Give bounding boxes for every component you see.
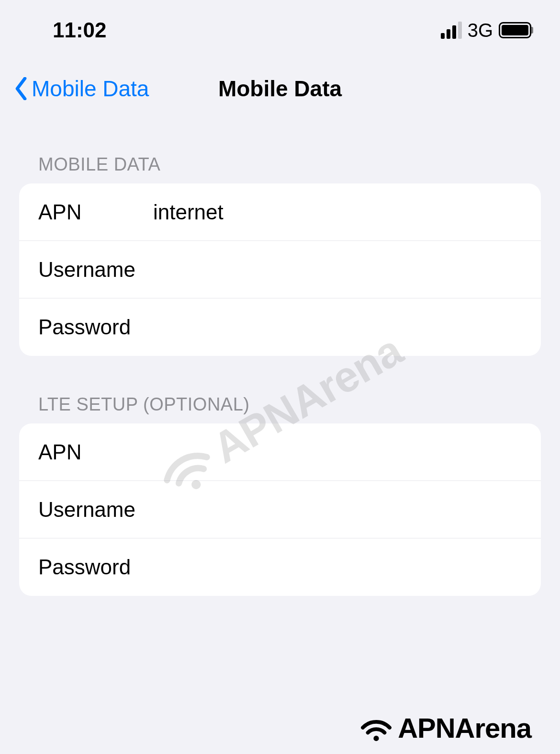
- lte-username-row[interactable]: Username: [19, 481, 541, 538]
- lte-username-input[interactable]: [153, 498, 522, 522]
- lte-username-label: Username: [38, 498, 153, 522]
- lte-password-row[interactable]: Password: [19, 538, 541, 596]
- back-button[interactable]: Mobile Data: [14, 76, 149, 102]
- lte-apn-row[interactable]: APN: [19, 423, 541, 481]
- battery-icon: [499, 22, 531, 38]
- back-label: Mobile Data: [32, 76, 149, 102]
- svg-point-1: [374, 736, 379, 741]
- password-label: Password: [38, 315, 153, 339]
- page-title: Mobile Data: [218, 76, 342, 102]
- watermark-bottom-text: APNArena: [398, 712, 531, 744]
- lte-apn-input[interactable]: [153, 440, 522, 464]
- username-label: Username: [38, 258, 153, 282]
- mobile-data-username-input[interactable]: [153, 258, 522, 282]
- mobile-data-password-input[interactable]: [153, 315, 522, 339]
- status-bar: 11:02 3G: [0, 0, 560, 52]
- mobile-data-section: MOBILE DATA APN Username Password: [19, 154, 541, 356]
- apn-label: APN: [38, 200, 153, 224]
- lte-setup-section: LTE SETUP (OPTIONAL) APN Username Passwo…: [19, 394, 541, 596]
- mobile-data-username-row[interactable]: Username: [19, 241, 541, 298]
- chevron-left-icon: [14, 77, 28, 100]
- lte-apn-label: APN: [38, 440, 153, 464]
- navigation-bar: Mobile Data Mobile Data: [0, 52, 560, 116]
- lte-setup-section-header: LTE SETUP (OPTIONAL): [19, 394, 541, 423]
- watermark-bottom: APNArena: [359, 711, 531, 744]
- mobile-data-apn-input[interactable]: [153, 200, 522, 224]
- network-type: 3G: [468, 20, 493, 41]
- signal-icon: [441, 22, 462, 39]
- mobile-data-password-row[interactable]: Password: [19, 298, 541, 356]
- mobile-data-apn-row[interactable]: APN: [19, 183, 541, 241]
- status-indicators: 3G: [441, 20, 531, 41]
- mobile-data-section-header: MOBILE DATA: [19, 154, 541, 183]
- status-time: 11:02: [53, 18, 107, 42]
- lte-password-input[interactable]: [153, 555, 522, 579]
- wifi-icon: [359, 711, 393, 744]
- lte-password-label: Password: [38, 555, 153, 579]
